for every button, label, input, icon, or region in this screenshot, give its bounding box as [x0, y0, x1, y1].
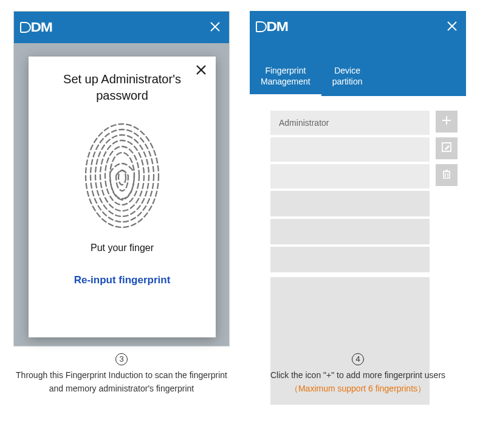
- titlebar-left: DM: [14, 12, 229, 43]
- tab-label: Device: [334, 66, 360, 75]
- edit-button[interactable]: [436, 137, 458, 159]
- tab-label: partition: [332, 77, 363, 86]
- tabs: Fingerprint Management Device partition: [250, 59, 374, 96]
- fingerprint-list-body: Administrator: [250, 96, 466, 346]
- svg-rect-16: [444, 171, 450, 178]
- trash-icon: [441, 168, 452, 182]
- panel-step-4: DM Fingerprint Management Device partiti…: [250, 11, 466, 346]
- dialog-close-icon[interactable]: [195, 63, 207, 78]
- list-item[interactable]: [270, 219, 430, 244]
- caption-step-3: 3 Through this Fingerprint Induction to …: [13, 353, 230, 395]
- plus-icon: [441, 114, 453, 129]
- fingerprint-icon[interactable]: [77, 115, 168, 236]
- svg-point-10: [118, 170, 126, 185]
- list-item[interactable]: [270, 247, 430, 272]
- action-buttons: [436, 111, 458, 186]
- caption-text: Click the icon "+" to add more fingerpri…: [250, 369, 466, 382]
- reinput-fingerprint-link[interactable]: Re-input fingerprint: [74, 274, 171, 286]
- list-item[interactable]: Administrator: [270, 111, 430, 135]
- panel-step-3: DM Set up Administrator's password: [13, 11, 230, 346]
- svg-point-4: [86, 124, 159, 227]
- list-item[interactable]: [270, 191, 430, 216]
- close-icon[interactable]: [447, 19, 458, 34]
- brand-logo: DM: [20, 21, 51, 34]
- tab-label: Fingerprint: [265, 66, 306, 75]
- instruction-text: Put your finger: [91, 243, 154, 253]
- add-button[interactable]: [436, 111, 458, 133]
- list-item[interactable]: [270, 137, 430, 162]
- step-number: 4: [352, 353, 364, 365]
- caption-note: （Maximum support 6 fingerprints）: [250, 382, 466, 396]
- dialog-title: Set up Administrator's password: [39, 71, 205, 104]
- step-number: 3: [115, 353, 128, 365]
- caption-text: Through this Fingerprint Induction to sc…: [13, 369, 230, 395]
- list-item-label: Administrator: [279, 118, 329, 128]
- titlebar-right: DM Fingerprint Management Device partiti…: [250, 11, 466, 96]
- brand-logo: DM: [256, 20, 287, 33]
- tab-label: Management: [261, 77, 310, 86]
- setup-password-dialog: Set up Administrator's password Put your…: [29, 57, 216, 337]
- tab-fingerprint-management[interactable]: Fingerprint Management: [250, 59, 321, 96]
- list-item[interactable]: [270, 164, 430, 188]
- edit-icon: [441, 142, 452, 155]
- delete-button[interactable]: [436, 164, 458, 186]
- caption-step-4: 4 Click the icon "+" to add more fingerp…: [250, 353, 466, 395]
- tab-device-partition[interactable]: Device partition: [321, 59, 374, 96]
- close-icon[interactable]: [210, 20, 221, 35]
